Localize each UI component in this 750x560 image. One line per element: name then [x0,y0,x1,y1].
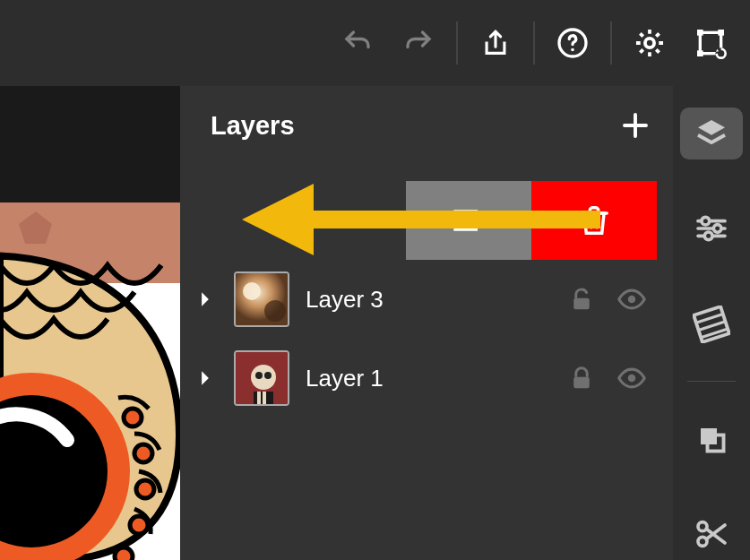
svg-rect-4 [697,30,703,36]
eye-icon [616,284,647,314]
layers-icon [694,116,729,151]
layer-name: Layer 3 [306,286,556,314]
ruler-icon [693,306,730,343]
svg-rect-20 [573,298,590,310]
svg-point-18 [243,282,261,300]
top-toolbar [0,0,750,86]
svg-rect-5 [718,30,724,36]
toolbar-separator [610,22,612,65]
svg-point-23 [251,365,276,390]
chevron-right-icon [199,370,211,386]
trash-icon [577,203,611,237]
redo-button[interactable] [392,16,445,70]
help-icon [556,27,589,59]
layers-panel: Layers [180,86,673,560]
delete-layer-button[interactable] [531,181,657,260]
toolbar-separator [533,22,535,65]
svg-point-19 [264,300,286,322]
svg-point-16 [115,547,133,560]
unlock-icon [568,286,595,313]
toolbar-separator [456,22,458,65]
layers-title: Layers [211,111,295,141]
svg-point-14 [136,480,154,498]
scissors-icon [694,516,729,552]
layer-thumbnail [234,350,289,406]
svg-point-24 [255,372,263,379]
layers-tab[interactable] [680,108,743,159]
add-layer-button[interactable] [616,106,655,145]
right-sidebar [673,86,750,560]
chevron-right-icon [199,291,211,307]
svg-point-13 [134,444,152,462]
help-button[interactable] [546,16,599,70]
svg-rect-6 [697,50,703,56]
lock-toggle[interactable] [556,365,607,392]
undo-button[interactable] [331,16,384,70]
svg-rect-34 [694,306,729,342]
svg-point-25 [264,372,272,379]
canvas-size-tab[interactable] [680,412,743,464]
settings-button[interactable] [623,16,677,70]
grid-tab[interactable] [680,298,743,350]
undo-icon [341,27,374,59]
lock-toggle[interactable] [556,286,607,313]
svg-point-30 [628,375,636,383]
disclosure-toggle[interactable] [196,291,214,307]
svg-point-33 [704,232,712,240]
sliders-icon [694,211,729,246]
cut-tab[interactable] [680,508,743,560]
share-button[interactable] [469,16,522,70]
layers-header: Layers [180,86,673,165]
svg-point-12 [124,409,142,426]
svg-point-31 [702,218,710,226]
canvas-artwork[interactable] [0,202,180,560]
svg-rect-27 [257,392,261,404]
visibility-toggle[interactable] [607,284,657,314]
adjust-tab[interactable] [680,202,743,254]
lock-icon [568,365,595,392]
layer-thumbnail [234,271,289,327]
svg-point-21 [628,296,636,304]
visibility-toggle[interactable] [607,363,657,393]
crop-icon [695,423,728,455]
svg-point-1 [571,48,574,52]
svg-point-32 [713,225,721,233]
plus-icon [619,109,651,142]
transform-icon [693,25,728,61]
svg-rect-28 [263,392,266,404]
svg-rect-29 [573,377,590,389]
eye-icon [616,363,647,393]
layer-row[interactable]: Layer 1 [180,339,657,418]
rename-layer-button[interactable] [406,181,531,260]
canvas-area [0,86,180,560]
sidebar-separator [687,381,736,383]
share-icon [480,28,511,58]
gear-icon [633,26,667,60]
redo-icon [402,27,435,59]
layer-row-swiped[interactable] [180,181,657,260]
layer-name: Layer 1 [306,365,556,392]
transform-button[interactable] [684,16,737,70]
rename-icon [451,202,487,238]
disclosure-toggle[interactable] [196,370,214,386]
layer-row[interactable]: Layer 3 [180,260,657,339]
